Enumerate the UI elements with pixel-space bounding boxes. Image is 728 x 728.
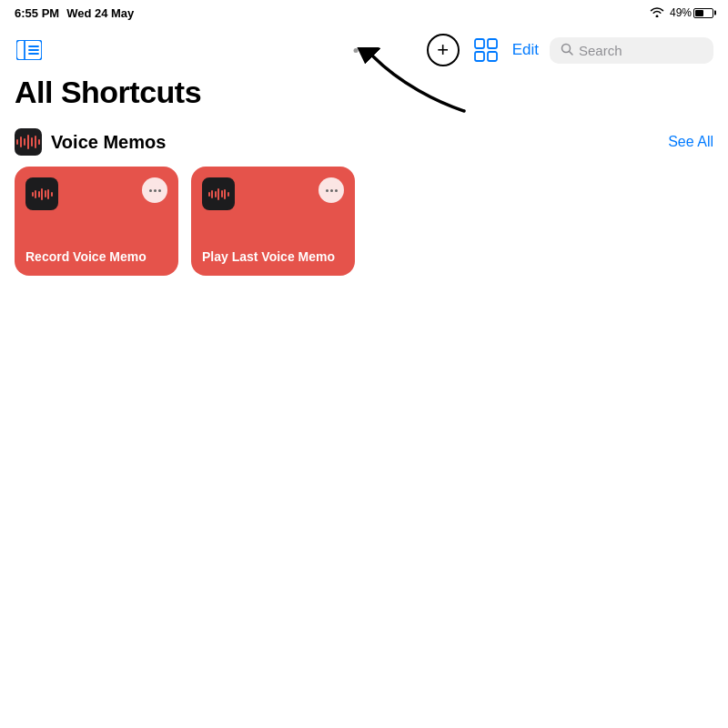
- battery-indicator: 49%: [670, 6, 713, 19]
- grid-view-button[interactable]: [470, 35, 501, 66]
- nav-center: [354, 48, 375, 53]
- voice-memos-app-icon: [15, 128, 42, 156]
- page-content: All Shortcuts Voice Memos See All: [0, 75, 728, 276]
- card-title: Record Voice Memo: [25, 248, 167, 265]
- svg-rect-5: [475, 39, 484, 48]
- more-menu-button[interactable]: [354, 48, 375, 53]
- see-all-button[interactable]: See All: [668, 134, 713, 150]
- status-left: 6:55 PM Wed 24 May: [15, 6, 134, 20]
- status-right: 49%: [650, 6, 713, 20]
- section-title-row: Voice Memos: [15, 128, 166, 156]
- svg-rect-7: [475, 52, 484, 61]
- section-header: Voice Memos See All: [15, 128, 713, 156]
- date-label: Wed 24 May: [66, 6, 134, 20]
- battery-percentage: 49%: [670, 6, 692, 19]
- edit-button[interactable]: Edit: [512, 41, 539, 59]
- shortcut-card-record[interactable]: Record Voice Memo: [15, 167, 178, 276]
- card-waveform-icon-2: [208, 188, 229, 200]
- svg-rect-6: [488, 39, 497, 48]
- svg-rect-8: [488, 52, 497, 61]
- waveform-icon: [16, 135, 41, 149]
- search-placeholder: Search: [579, 43, 622, 58]
- card-top-2: [202, 177, 344, 210]
- card-more-button-2[interactable]: [318, 177, 344, 203]
- search-icon: [561, 43, 573, 58]
- search-bar[interactable]: Search: [550, 37, 713, 64]
- shortcut-card-play-last[interactable]: Play Last Voice Memo: [191, 167, 355, 276]
- card-more-button[interactable]: [142, 177, 167, 203]
- add-shortcut-button[interactable]: +: [427, 34, 460, 66]
- nav-left: [15, 35, 44, 65]
- cards-row: Record Voice Memo: [15, 167, 713, 276]
- card-title-2: Play Last Voice Memo: [202, 248, 344, 265]
- battery-icon: [693, 8, 713, 18]
- time-label: 6:55 PM: [15, 6, 59, 20]
- sidebar-toggle-button[interactable]: [15, 35, 44, 65]
- card-top: [25, 177, 167, 210]
- page-title: All Shortcuts: [15, 75, 713, 110]
- wifi-icon: [650, 6, 664, 20]
- card-app-icon-2: [202, 177, 235, 210]
- nav-right: + Edit Search: [427, 34, 713, 66]
- card-waveform-icon: [32, 188, 53, 200]
- status-bar: 6:55 PM Wed 24 May 49%: [0, 0, 728, 25]
- nav-bar: + Edit Search: [0, 25, 728, 75]
- svg-line-10: [570, 51, 573, 55]
- card-app-icon: [25, 177, 58, 210]
- section-name: Voice Memos: [51, 132, 166, 153]
